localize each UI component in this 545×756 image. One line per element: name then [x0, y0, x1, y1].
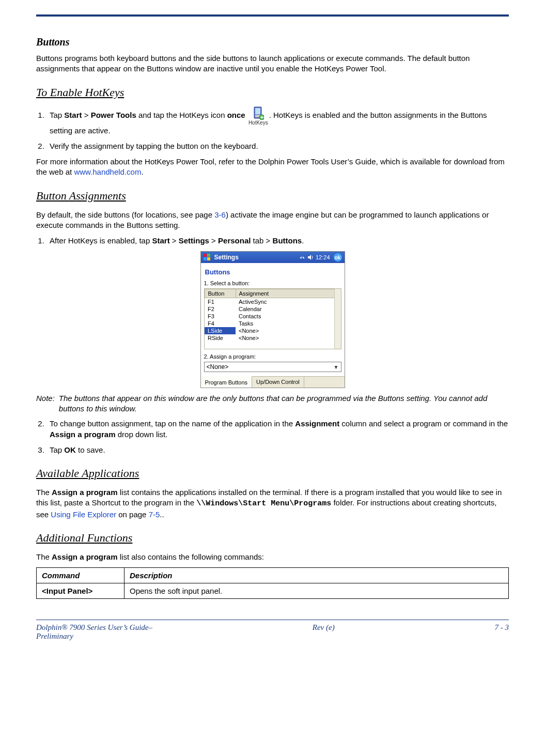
bold-powertools: Power Tools	[91, 111, 136, 119]
link-using-file-explorer[interactable]: Using File Explorer	[51, 510, 116, 519]
heading-button-assignments: Button Assignments	[36, 189, 509, 203]
path-code: \\Windows\Start Menu\Programs	[196, 499, 331, 508]
enable-step-2: Verify the assignment by tapping the but…	[46, 141, 509, 151]
text: .	[141, 167, 143, 176]
assign-steps-part1: After HotKeys is enabled, tap Start > Se…	[36, 236, 509, 246]
text: on page	[116, 510, 149, 519]
footer-page-number: 7 - 3	[495, 623, 509, 632]
tab-updown-control[interactable]: Up/Down Control	[252, 377, 304, 388]
assign-step-2: To change button assignment, tap on the …	[46, 419, 509, 440]
button-list-box[interactable]: Button Assignment F1ActiveSyncF2Calendar…	[204, 288, 341, 349]
bold-settings: Settings	[179, 236, 209, 245]
ok-button[interactable]: ok	[333, 253, 342, 262]
assign-program-dropdown[interactable]: <None> ▼	[204, 362, 341, 372]
enable-more-info: For more information about the HotKeys P…	[36, 157, 509, 178]
header-command: Command	[37, 568, 124, 583]
button-list-row[interactable]: F1ActiveSync	[205, 298, 340, 306]
link-handheld[interactable]: www.handheld.com	[74, 167, 141, 176]
available-apps-paragraph: The Assign a program list contains the a…	[36, 487, 509, 520]
text: >	[170, 236, 179, 245]
text: Tap	[50, 111, 64, 119]
screenshot-title-text: Settings	[214, 254, 296, 261]
bold-ok: OK	[64, 445, 76, 454]
commands-table: Command Description <Input Panel> Opens …	[36, 567, 509, 599]
bold-assign-a-program: Assign a program	[52, 552, 118, 561]
cell-assignment: Tasks	[236, 320, 340, 327]
button-list-row[interactable]: RSide<None>	[205, 334, 340, 342]
text: After HotKeys is enabled, tap	[50, 236, 152, 245]
text: The	[36, 488, 52, 497]
assign-steps-part2: To change button assignment, tap on the …	[36, 419, 509, 455]
text: The	[36, 552, 52, 561]
assign-step-3: Tap OK to save.	[46, 445, 509, 455]
link-page-7-5[interactable]: 7-5	[149, 510, 160, 519]
assign-intro: By default, the side buttons (for locati…	[36, 210, 509, 231]
footer-doc-status: Preliminary	[36, 632, 73, 640]
cell-assignment: Contacts	[236, 313, 340, 320]
cell-assignment: ActiveSync	[236, 298, 340, 306]
enable-steps: Tap Start > Power Tools and tap the HotK…	[36, 106, 509, 152]
link-page-3-6[interactable]: 3-6	[214, 210, 226, 219]
note-text: The buttons that appear on this window a…	[59, 393, 509, 413]
button-list-row[interactable]: F4Tasks	[205, 320, 340, 327]
header-description: Description	[124, 568, 509, 583]
footer-left: Dolphin® 7900 Series User’s Guide– Preli…	[36, 623, 152, 641]
col-assignment[interactable]: Assignment	[236, 289, 340, 298]
footer-rev: Rev (e)	[152, 623, 495, 632]
button-list-table: Button Assignment F1ActiveSyncF2Calendar…	[205, 289, 341, 342]
text: drop down list.	[116, 430, 168, 439]
hotkeys-icon	[253, 106, 264, 120]
note: Note: The buttons that appear on this wi…	[36, 393, 509, 413]
text: >	[209, 236, 218, 245]
page-footer: Dolphin® 7900 Series User’s Guide– Preli…	[0, 623, 545, 651]
text: column and select a program or command i…	[339, 419, 508, 428]
text: .	[302, 236, 304, 245]
tab-program-buttons[interactable]: Program Buttons	[201, 376, 253, 388]
heading-available-applications: Available Applications	[36, 467, 509, 480]
page-content: Buttons Buttons programs both keyboard b…	[0, 17, 545, 604]
cmd-name: <Input Panel>	[42, 587, 92, 595]
bold-assign-a-program: Assign a program	[52, 488, 118, 497]
button-list-row[interactable]: LSide<None>	[205, 327, 340, 334]
bold-once: once	[227, 111, 245, 119]
hotkeys-icon-label: HotKeys	[248, 120, 268, 126]
section-title-buttons: Buttons	[36, 36, 509, 48]
intro-paragraph: Buttons programs both keyboard buttons a…	[36, 53, 509, 74]
bold-start: Start	[64, 111, 82, 119]
hotkeys-icon-inline: HotKeys	[248, 106, 268, 126]
cell-button: LSide	[205, 327, 236, 334]
text	[245, 111, 247, 119]
bold-buttons: Buttons	[273, 236, 302, 245]
text: Tap	[50, 445, 64, 454]
svg-rect-6	[204, 257, 207, 260]
bold-assignment: Assignment	[295, 419, 339, 428]
text: To change button assignment, tap on the …	[50, 419, 295, 428]
screenshot-status-icons: 12:24	[299, 254, 330, 260]
cell-assignment: Calendar	[236, 305, 340, 313]
button-list-row[interactable]: F2Calendar	[205, 305, 340, 313]
bold-assign-a-program: Assign a program	[50, 430, 116, 439]
table-row: <Input Panel> Opens the soft input panel…	[37, 583, 509, 599]
footer-doc-title: Dolphin® 7900 Series User’s Guide–	[36, 623, 152, 631]
screenshot-tabs: Program Buttons Up/Down Control	[201, 376, 345, 388]
cell-button: F4	[205, 320, 236, 327]
screenshot-step2-label: 2. Assign a program:	[204, 353, 341, 360]
table-header-row: Command Description	[37, 568, 509, 583]
cell-command: <Input Panel>	[37, 583, 124, 599]
settings-screenshot: Settings 12:24 ok Buttons 1. Select a bu…	[200, 251, 345, 388]
cell-button: F1	[205, 298, 236, 306]
cell-button: F3	[205, 313, 236, 320]
cell-button: RSide	[205, 334, 236, 342]
dropdown-value: <None>	[207, 363, 229, 371]
col-button[interactable]: Button	[205, 289, 236, 298]
cell-description: Opens the soft input panel.	[124, 583, 509, 599]
cell-button: F2	[205, 305, 236, 313]
screenshot-body: Buttons 1. Select a button: Button Assig…	[201, 263, 345, 376]
text: and tap the HotKeys icon	[136, 111, 227, 119]
button-list-row[interactable]: F3Contacts	[205, 313, 340, 320]
additional-functions-paragraph: The Assign a program list also contains …	[36, 552, 509, 562]
note-label: Note:	[36, 393, 55, 413]
list-scrollbar[interactable]	[334, 289, 341, 349]
svg-rect-7	[207, 257, 210, 260]
volume-icon	[307, 254, 314, 260]
